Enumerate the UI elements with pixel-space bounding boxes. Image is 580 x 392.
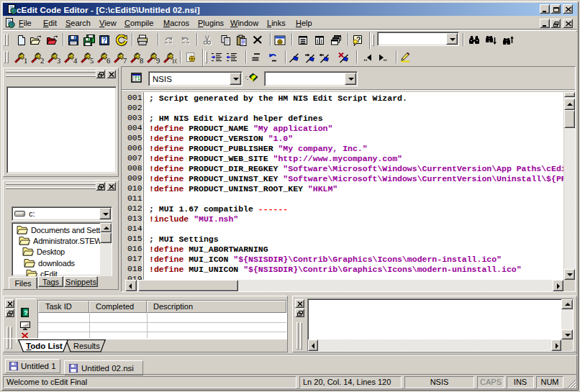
svg-text:3: 3 bbox=[57, 57, 60, 63]
svg-text:10: 10 bbox=[172, 58, 177, 63]
svg-text:6: 6 bbox=[107, 57, 110, 63]
svg-text:7: 7 bbox=[123, 57, 127, 63]
svg-text:4: 4 bbox=[73, 57, 78, 63]
svg-text:Results: Results bbox=[73, 342, 100, 350]
svg-text:?: ? bbox=[24, 309, 28, 316]
svg-text:?: ? bbox=[102, 37, 107, 45]
svg-text:8: 8 bbox=[140, 57, 143, 63]
svg-text:Todo List: Todo List bbox=[26, 342, 63, 350]
svg-text:9: 9 bbox=[156, 57, 160, 63]
svg-text:2: 2 bbox=[40, 57, 44, 63]
svg-text:5: 5 bbox=[90, 57, 94, 63]
svg-text:1: 1 bbox=[24, 57, 27, 63]
